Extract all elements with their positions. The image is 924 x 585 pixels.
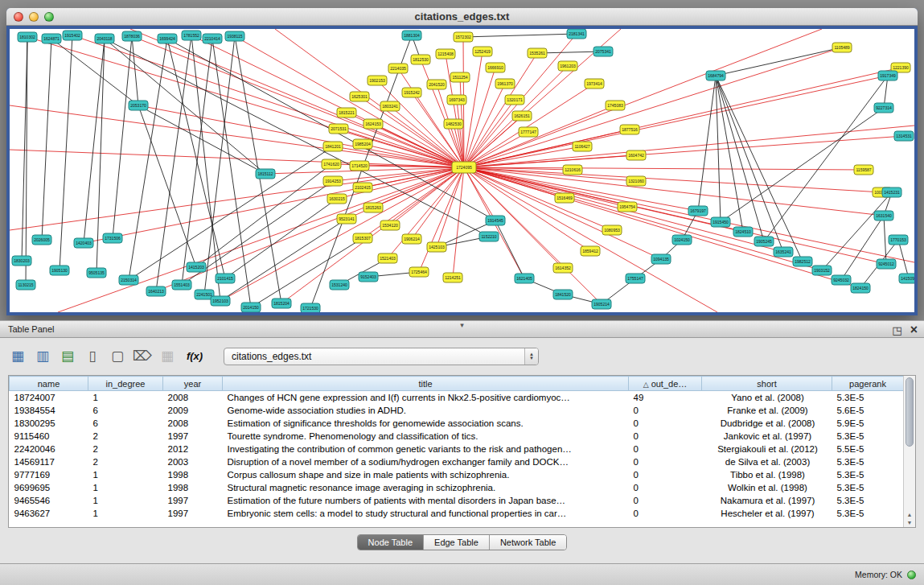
graph-node[interactable]: 1425103: [427, 242, 446, 252]
graph-node[interactable]: 1902153: [368, 76, 387, 85]
graph-node[interactable]: 1531240: [330, 280, 349, 290]
graph-node[interactable]: 1624153: [363, 119, 383, 129]
column-header-indegree[interactable]: in_degree: [88, 377, 163, 391]
graph-node[interactable]: 1903152: [812, 266, 832, 275]
graph-node[interactable]: 2210414: [203, 34, 222, 43]
graph-node[interactable]: 1626151: [512, 111, 532, 121]
graph-node[interactable]: 1881304: [402, 31, 421, 40]
table-row[interactable]: 1938455462009Genome-wide association stu…: [10, 404, 904, 417]
table-cell[interactable]: 5.5E-5: [832, 443, 904, 455]
graph-edge[interactable]: [167, 39, 225, 278]
zoom-window-button[interactable]: [44, 12, 54, 22]
graph-node[interactable]: 1877516: [620, 125, 639, 134]
graph-node[interactable]: 1415092: [899, 274, 914, 283]
tab-node-table[interactable]: Node Table: [358, 535, 423, 550]
table-row[interactable]: 946554611997Estimation of the future num…: [10, 494, 904, 507]
graph-node[interactable]: 1830203: [12, 256, 31, 266]
network-selector-dropdown[interactable]: citations_edges.txt ▲▼: [224, 348, 539, 365]
table-cell[interactable]: 2: [88, 443, 163, 455]
table-cell[interactable]: 49: [629, 391, 702, 404]
graph-node[interactable]: 1106427: [573, 142, 592, 151]
graph-edge[interactable]: [464, 136, 904, 167]
graph-node[interactable]: 1420403: [74, 238, 93, 248]
graph-node[interactable]: 1914545: [486, 216, 505, 225]
graph-edge[interactable]: [822, 192, 892, 270]
table-cell[interactable]: 0: [629, 481, 702, 494]
graph-node[interactable]: 2181341: [567, 29, 586, 39]
graph-node[interactable]: 1024150: [672, 235, 692, 245]
minimize-window-button[interactable]: [29, 12, 39, 22]
table-cell[interactable]: 1: [88, 468, 163, 481]
table-cell[interactable]: 1997: [163, 507, 223, 520]
table-cell[interactable]: 5.3E-5: [832, 468, 904, 481]
graph-node[interactable]: 1105489: [832, 43, 852, 52]
graph-node[interactable]: 2053170: [129, 101, 148, 110]
table-cell[interactable]: 5.3E-5: [832, 494, 904, 507]
graph-edge[interactable]: [464, 116, 522, 167]
graph-node[interactable]: 1905214: [592, 299, 611, 309]
table-cell[interactable]: 5.9E-5: [832, 417, 904, 430]
graph-edge[interactable]: [196, 164, 331, 267]
delete-column-icon[interactable]: ⌦: [133, 347, 152, 366]
graph-node[interactable]: 1985204: [353, 139, 372, 149]
table-row[interactable]: 911546021997Tourette syndrome. Phenomeno…: [10, 430, 904, 443]
graph-node[interactable]: 1777147: [519, 127, 538, 137]
tab-edge-table[interactable]: Edge Table: [423, 535, 489, 550]
table-row[interactable]: 977716911998Corpus callosum shape and si…: [10, 468, 904, 481]
table-cell[interactable]: 1: [88, 507, 163, 520]
graph-node[interactable]: 2043118: [95, 34, 114, 43]
graph-node[interactable]: 1824510: [733, 227, 753, 237]
graph-node[interactable]: 1938115: [225, 31, 244, 41]
graph-node[interactable]: 1812530: [411, 55, 430, 64]
table-cell[interactable]: 9699695: [10, 481, 88, 494]
graph-node[interactable]: 2026005: [32, 235, 51, 245]
table-cell[interactable]: Dudbridge et al. (2008): [702, 417, 832, 430]
graph-node[interactable]: 1755147: [626, 274, 645, 283]
table-cell[interactable]: 1: [88, 494, 163, 507]
graph-node[interactable]: 1666910: [486, 63, 505, 72]
graph-edge[interactable]: [464, 76, 888, 167]
table-cell[interactable]: 2: [88, 455, 163, 468]
graph-node[interactable]: 1915242: [402, 88, 421, 97]
graph-node[interactable]: 1961203: [558, 61, 577, 71]
graph-edge[interactable]: [60, 35, 72, 270]
graph-node[interactable]: 1516469: [555, 193, 574, 203]
graph-edge[interactable]: [716, 47, 842, 76]
table-cell[interactable]: 5.3E-5: [832, 455, 904, 468]
graph-node[interactable]: 1631540: [874, 211, 893, 220]
graph-node[interactable]: 9505135: [87, 268, 106, 278]
graph-edge[interactable]: [138, 105, 265, 174]
graph-node[interactable]: 1697343: [447, 95, 466, 105]
table-cell[interactable]: Structural magnetic resonance image aver…: [223, 481, 629, 494]
graph-edge[interactable]: [105, 39, 489, 237]
graph-node[interactable]: 1915450: [711, 217, 730, 227]
graph-node[interactable]: 1521403: [378, 253, 397, 263]
table-cell[interactable]: 5.3E-5: [832, 507, 904, 520]
graph-node[interactable]: 1621405: [515, 274, 534, 283]
create-column-icon[interactable]: ▢: [108, 347, 127, 366]
graph-node[interactable]: 1321060: [626, 176, 646, 186]
table-cell[interactable]: 0: [629, 430, 702, 443]
graph-node[interactable]: 1859412: [581, 246, 600, 256]
graph-node[interactable]: 1878036: [122, 31, 142, 41]
graph-edge[interactable]: [212, 39, 251, 307]
graph-node[interactable]: 9245032: [832, 275, 851, 285]
table-cell[interactable]: Franke et al. (2009): [702, 404, 832, 417]
table-cell[interactable]: 5.3E-5: [832, 391, 904, 404]
graph-node[interactable]: 9227314: [874, 103, 893, 113]
table-cell[interactable]: 19384554: [10, 404, 88, 417]
graph-node[interactable]: 1640213: [146, 286, 166, 296]
table-row[interactable]: 946362711997Embryonic stem cells: a mode…: [10, 507, 904, 520]
graph-node[interactable]: 1745083: [606, 101, 625, 110]
graph-node[interactable]: 1770153: [889, 235, 908, 245]
graph-edge[interactable]: [464, 167, 884, 216]
graph-node[interactable]: 1415203: [187, 262, 206, 272]
graph-edge[interactable]: [464, 167, 743, 232]
graph-edge[interactable]: [464, 51, 483, 167]
column-header-name[interactable]: name: [10, 377, 88, 391]
table-cell[interactable]: Investigating the contribution of common…: [223, 443, 629, 455]
graph-node[interactable]: 1535261: [528, 48, 547, 58]
graph-node[interactable]: 1810302: [18, 32, 37, 42]
table-cell[interactable]: 1: [88, 481, 163, 494]
scrollbar-thumb[interactable]: [906, 377, 914, 447]
